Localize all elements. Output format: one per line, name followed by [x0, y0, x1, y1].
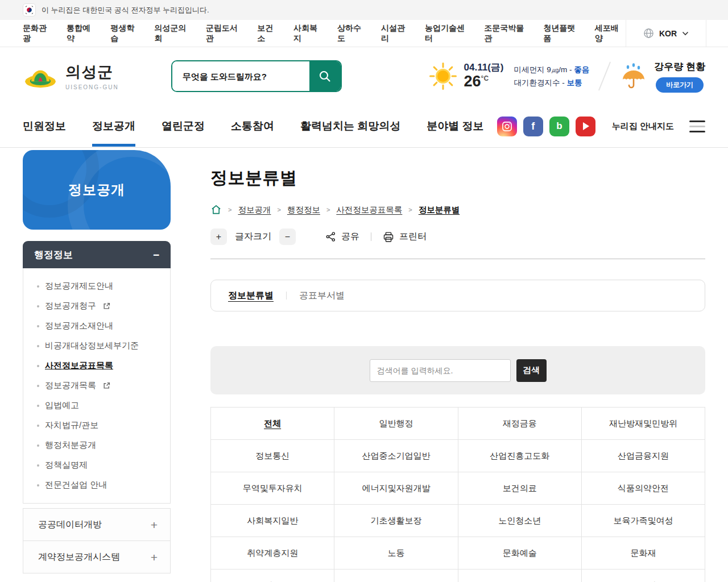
- utility-nav: 문화관광통합예약평생학습의성군의회군립도서관보건소사회복지상하수도시설관리농업기…: [0, 20, 728, 47]
- sidebar-menu-item[interactable]: 사전정보공표목록: [23, 356, 170, 376]
- header-search-input[interactable]: [172, 61, 309, 91]
- expand-plus-icon[interactable]: +: [151, 551, 158, 563]
- category-cell[interactable]: 체육: [211, 569, 334, 582]
- keyword-search-button[interactable]: 검색: [516, 359, 547, 382]
- facebook-icon[interactable]: f: [523, 117, 543, 136]
- utility-link[interactable]: 조문국박물관: [484, 23, 530, 44]
- main-nav-item[interactable]: 열린군정: [162, 105, 205, 147]
- category-cell[interactable]: 보육가족및여성: [581, 505, 705, 537]
- sitemap-link[interactable]: 누리집 안내지도: [612, 121, 674, 132]
- toolbar-divider: [371, 232, 371, 241]
- category-cell[interactable]: 산업중소기업일반: [334, 440, 458, 472]
- rainfall-shortcut-button[interactable]: 바로가기: [656, 77, 704, 93]
- sidebar-menu-item[interactable]: 정보공개청구: [23, 296, 170, 316]
- breadcrumb-link[interactable]: 정보분류별: [419, 205, 460, 215]
- category-cell[interactable]: 에너지및자원개발: [334, 472, 458, 505]
- site-logo[interactable]: 의성군 UISEONG-GUN: [23, 62, 119, 90]
- utility-link[interactable]: 보건소: [257, 23, 280, 44]
- utility-link[interactable]: 청년플랫폼: [543, 23, 582, 44]
- globe-icon: [643, 28, 654, 39]
- diagonal-divider: [598, 62, 611, 91]
- hamburger-menu-icon[interactable]: [689, 120, 705, 132]
- utility-link[interactable]: 의성군의회: [154, 23, 193, 44]
- category-cell[interactable]: 재정금융: [458, 408, 581, 440]
- main-nav-item[interactable]: 분야별 정보: [427, 105, 483, 147]
- main-nav-item[interactable]: 활력넘치는 희망의성: [300, 105, 400, 147]
- page-title: 정보분류별: [210, 167, 705, 190]
- content: 정보분류별 >정보공개>행정정보>사전정보공표목록>정보분류별 + 글자크기 −: [210, 148, 705, 582]
- category-cell[interactable]: 무역및투자유치: [211, 472, 334, 505]
- category-cell[interactable]: 문화예술: [458, 537, 581, 569]
- share-button[interactable]: 공유: [325, 231, 359, 243]
- home-icon[interactable]: [210, 204, 222, 215]
- utility-link[interactable]: 상하수도: [337, 23, 368, 44]
- category-cell[interactable]: 산업금융지원: [581, 440, 705, 472]
- tab-by-department[interactable]: 공표부서별: [299, 290, 345, 302]
- rainfall-title: 강우량 현황: [654, 60, 705, 73]
- collapse-minus-icon[interactable]: −: [153, 250, 159, 260]
- sidebar-section-header[interactable]: 행정정보 −: [23, 241, 171, 268]
- utility-link[interactable]: 시설관리: [381, 23, 412, 44]
- breadcrumb-link[interactable]: 행정정보: [287, 205, 320, 215]
- category-cell[interactable]: 사회복지일반: [211, 505, 334, 537]
- bullet-icon: [37, 464, 39, 467]
- instagram-icon[interactable]: [497, 117, 517, 136]
- utility-link[interactable]: 세포배양: [595, 23, 626, 44]
- breadcrumb-link[interactable]: 사전정보공표목록: [336, 205, 402, 215]
- sidebar-menu-item[interactable]: 정보공개제도안내: [23, 276, 170, 296]
- sidebar-menu-item[interactable]: 입법예고: [23, 396, 170, 415]
- category-cell[interactable]: 취약계층지원: [211, 537, 334, 569]
- utility-links: 문화관광통합예약평생학습의성군의회군립도서관보건소사회복지상하수도시설관리농업기…: [23, 20, 626, 47]
- category-cell[interactable]: 식품의약안전: [581, 472, 705, 505]
- font-decrease-button[interactable]: −: [279, 228, 296, 245]
- category-cell[interactable]: 보건의료: [458, 472, 581, 505]
- print-button[interactable]: 프린터: [383, 231, 427, 243]
- category-cell[interactable]: 기초생활보장: [334, 505, 458, 537]
- language-selector[interactable]: KOR: [626, 20, 706, 47]
- sidebar-menu-item[interactable]: 행정처분공개: [23, 435, 170, 455]
- category-cell[interactable]: 정보통신: [211, 440, 334, 472]
- main-nav-items: 민원정보정보공개열린군정소통참여활력넘치는 희망의성분야별 정보: [23, 105, 484, 147]
- sidebar-menu-item[interactable]: 자치법규/관보: [23, 415, 170, 435]
- table-row: 취약계층지원노동문화예술문화재: [211, 537, 705, 569]
- sidebar-accordion-public-data[interactable]: 공공데이터개방 +: [23, 508, 171, 541]
- category-cell[interactable]: 재난방재및민방위: [581, 408, 705, 440]
- utility-link[interactable]: 문화관광: [23, 23, 53, 44]
- font-increase-button[interactable]: +: [210, 228, 227, 245]
- category-cell[interactable]: 산업진흥고도화: [458, 440, 581, 472]
- sidebar-menu-item[interactable]: 정보공개목록: [23, 376, 170, 396]
- header-search-button[interactable]: [309, 61, 341, 91]
- utility-link[interactable]: 평생학습: [110, 23, 141, 44]
- utility-link[interactable]: 통합예약: [67, 23, 97, 44]
- sidebar-menu-item[interactable]: 정책실명제: [23, 455, 170, 475]
- category-cell[interactable]: 일반행정: [334, 408, 458, 440]
- category-cell[interactable]: 노인청소년: [458, 505, 581, 537]
- naver-blog-icon[interactable]: b: [549, 117, 569, 136]
- main-nav-item[interactable]: 정보공개: [92, 105, 135, 147]
- expand-plus-icon[interactable]: +: [151, 519, 158, 531]
- main-nav-item[interactable]: 소통참여: [231, 105, 274, 147]
- category-cell[interactable]: 관광: [334, 569, 458, 582]
- keyword-search-input[interactable]: [370, 359, 511, 382]
- umbrella-rain-icon: [620, 63, 647, 90]
- bullet-icon: [37, 305, 39, 307]
- main-nav-item[interactable]: 민원정보: [23, 105, 66, 147]
- sidebar-menu-item[interactable]: 비공개대상정보세부기준: [23, 336, 170, 356]
- breadcrumb-link[interactable]: 정보공개: [238, 205, 271, 215]
- tab-divider: [286, 292, 287, 300]
- sidebar-menu-item[interactable]: 정보공개소재안내: [23, 316, 170, 336]
- utility-link[interactable]: 농업기술센터: [425, 23, 471, 44]
- utility-link[interactable]: 사회복지: [293, 23, 324, 44]
- category-cell[interactable]: 도로: [458, 569, 581, 582]
- category-cell[interactable]: 노동: [334, 537, 458, 569]
- utility-link[interactable]: 군립도서관: [206, 23, 245, 44]
- category-cell[interactable]: 문화재: [581, 537, 705, 569]
- tab-by-category[interactable]: 정보분류별: [228, 290, 274, 302]
- youtube-icon[interactable]: [576, 117, 595, 136]
- weather-widget: 04.11(금) 26°C 미세먼지 9㎍/m - 좋음 대기환경지수 - 보통…: [429, 60, 705, 93]
- sidebar-accordion-contract-info[interactable]: 계약정보공개시스템 +: [23, 541, 171, 573]
- category-cell[interactable]: 물류등기타: [581, 569, 705, 582]
- bullet-icon: [37, 484, 39, 487]
- sidebar-menu-item[interactable]: 전문건설업 안내: [23, 475, 170, 495]
- category-cell[interactable]: 전체: [211, 408, 334, 440]
